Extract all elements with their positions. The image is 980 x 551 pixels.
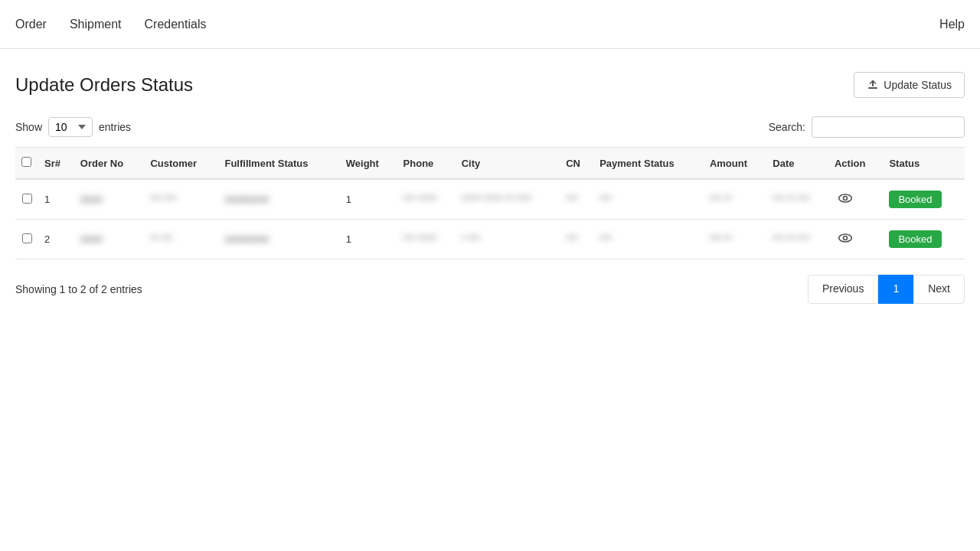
main-content: Update Orders Status Update Status Show …: [0, 49, 980, 319]
nav-order[interactable]: Order: [15, 11, 47, 37]
pagination-buttons: Previous 1 Next: [808, 275, 965, 304]
entries-label: entries: [99, 121, 131, 133]
page-1-button[interactable]: 1: [878, 275, 913, 304]
svg-point-4: [839, 234, 852, 242]
row-checkbox-cell: [15, 220, 38, 259]
view-button[interactable]: [835, 187, 856, 211]
table-controls: Show 10 25 50 100 entries Search:: [15, 116, 965, 138]
row-customer: *** ***: [144, 179, 218, 220]
row-weight: 1: [340, 220, 397, 259]
entries-select[interactable]: 10 25 50 100: [48, 117, 93, 137]
row-order-no: ####: [74, 179, 145, 220]
col-date: Date: [766, 148, 828, 180]
table-body: 1 #### *** *** ######## 1 *** ***** ****…: [15, 179, 965, 259]
row-action: [828, 220, 883, 259]
nav-credentials[interactable]: Credentials: [145, 11, 207, 37]
page-header: Update Orders Status Update Status: [15, 72, 965, 98]
col-amount: Amount: [704, 148, 766, 180]
navbar: Order Shipment Credentials Help: [0, 0, 980, 49]
row-phone: *** *****: [397, 220, 456, 259]
row-sr: 1: [38, 179, 74, 220]
next-button[interactable]: Next: [913, 275, 965, 304]
row-date: *** ** ***: [766, 179, 828, 220]
row-weight: 1: [340, 179, 397, 220]
nav-links: Order Shipment Credentials: [15, 11, 939, 37]
col-weight: Weight: [340, 148, 397, 180]
row-date: *** ** ***: [766, 220, 828, 259]
row-status: Booked: [883, 220, 965, 259]
status-badge: Booked: [889, 191, 941, 208]
row-fulfillment: ########: [218, 179, 339, 220]
svg-point-5: [843, 236, 847, 240]
row-phone: *** *****: [397, 179, 456, 220]
row-checkbox-cell: [15, 179, 38, 220]
show-entries-area: Show 10 25 50 100 entries: [15, 117, 131, 137]
status-badge: Booked: [889, 230, 941, 248]
previous-button[interactable]: Previous: [808, 275, 878, 304]
eye-icon: [838, 191, 853, 206]
svg-point-2: [839, 194, 852, 202]
row-order-no: ####: [74, 220, 145, 259]
row-customer: ** ***: [144, 220, 218, 259]
row-sr: 2: [38, 220, 74, 259]
row-payment-status: ***: [593, 179, 704, 220]
table-header: Sr# Order No Customer Fulfillment Status…: [15, 148, 965, 180]
nav-help[interactable]: Help: [939, 18, 965, 31]
show-label: Show: [15, 121, 42, 133]
update-status-button[interactable]: Update Status: [854, 72, 965, 98]
search-area: Search:: [769, 116, 965, 138]
svg-point-3: [843, 197, 847, 201]
row-amount: *** **: [704, 220, 766, 259]
col-status: Status: [883, 148, 965, 180]
nav-shipment[interactable]: Shipment: [70, 11, 122, 37]
page-title: Update Orders Status: [15, 74, 193, 96]
col-customer: Customer: [144, 148, 218, 180]
row-fulfillment: ########: [218, 220, 339, 259]
row-amount: *** **: [704, 179, 766, 220]
col-city: City: [456, 148, 560, 180]
row-checkbox[interactable]: [22, 233, 32, 243]
table-row: 2 #### ** *** ######## 1 *** ***** * ***…: [15, 220, 965, 259]
row-checkbox[interactable]: [22, 194, 32, 204]
col-phone: Phone: [397, 148, 456, 180]
col-order-no: Order No: [74, 148, 145, 180]
row-city: * ***: [456, 220, 560, 259]
col-action: Action: [828, 148, 883, 180]
col-sr: Sr#: [38, 148, 74, 180]
col-check: [15, 148, 38, 180]
select-all-checkbox[interactable]: [21, 157, 31, 167]
col-cn: CN: [560, 148, 593, 180]
row-cn: ***: [560, 220, 593, 259]
row-payment-status: ***: [593, 220, 704, 259]
table-row: 1 #### *** *** ######## 1 *** ***** ****…: [15, 179, 965, 220]
upload-icon: [867, 79, 879, 91]
row-city: ***** ***** ** ****: [456, 179, 560, 220]
row-action: [828, 179, 883, 220]
view-button[interactable]: [835, 227, 856, 251]
data-table: Sr# Order No Customer Fulfillment Status…: [15, 147, 965, 259]
search-label: Search:: [769, 121, 805, 133]
col-fulfillment: Fulfillment Status: [218, 148, 339, 180]
row-status: Booked: [883, 179, 965, 220]
eye-icon: [838, 230, 853, 246]
showing-text: Showing 1 to 2 of 2 entries: [15, 283, 142, 295]
update-status-label: Update Status: [884, 79, 952, 91]
pagination-area: Showing 1 to 2 of 2 entries Previous 1 N…: [15, 275, 965, 304]
col-payment-status: Payment Status: [593, 148, 704, 180]
svg-rect-0: [868, 87, 877, 89]
row-cn: ***: [560, 179, 593, 220]
search-input[interactable]: [812, 116, 965, 138]
